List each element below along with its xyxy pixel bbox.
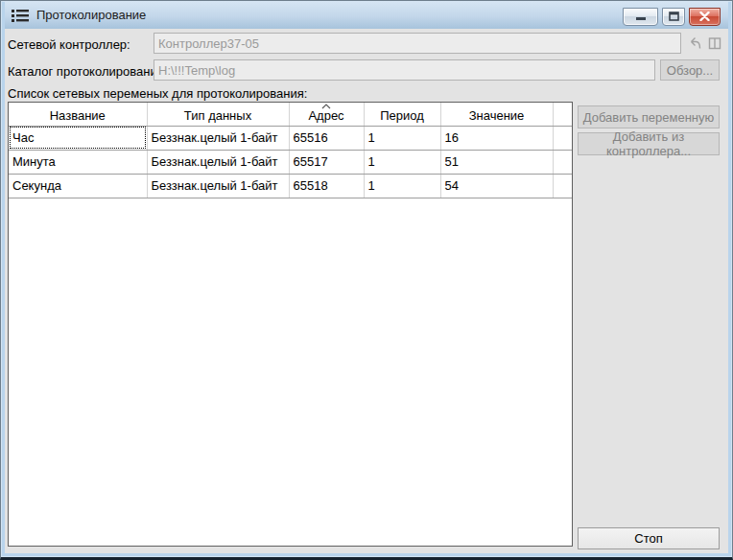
controller-input[interactable] xyxy=(154,33,681,54)
cell-datatype[interactable]: Беззнак.целый 1-байт xyxy=(147,126,289,150)
list-icon xyxy=(11,8,30,23)
column-header-period[interactable]: Период xyxy=(364,103,440,126)
column-header-datatype[interactable]: Тип данных xyxy=(147,103,289,126)
controller-label: Сетевой контроллер: xyxy=(8,37,130,52)
cell-datatype[interactable]: Беззнак.целый 1-байт xyxy=(147,174,289,198)
add-variable-button[interactable]: Добавить переменную xyxy=(578,105,720,128)
dialog-window: Протоколирование Сетевой контроллер: xyxy=(0,0,733,560)
log-dir-input[interactable] xyxy=(154,59,655,81)
stop-button[interactable]: Стоп xyxy=(578,527,720,549)
close-button[interactable] xyxy=(689,8,721,26)
cell-name[interactable]: Секунда xyxy=(9,174,147,198)
log-dir-label: Каталог протоколирования: xyxy=(8,64,167,79)
table-header-row: Название Тип данных Адрес Период Значени… xyxy=(9,103,572,126)
column-header-address[interactable]: Адрес xyxy=(289,103,364,126)
cell-value[interactable]: 54 xyxy=(440,174,553,198)
table-row[interactable]: Час Беззнак.целый 1-байт 65516 1 16 xyxy=(9,126,572,150)
titlebar: Протоколирование xyxy=(5,1,728,29)
cell-period[interactable]: 1 xyxy=(364,150,440,174)
column-header-name[interactable]: Название xyxy=(9,103,147,126)
cell-value[interactable]: 16 xyxy=(440,126,553,150)
cell-name[interactable]: Минута xyxy=(9,150,147,174)
minimize-icon xyxy=(635,12,647,21)
table-caption: Список сетевых переменых для протоколиро… xyxy=(8,86,307,101)
column-header-value[interactable]: Значение xyxy=(440,103,553,126)
column-header-filler xyxy=(553,103,572,126)
client-area: Сетевой контроллер: Каталог протоколиров… xyxy=(5,29,728,553)
cell-filler xyxy=(553,150,572,174)
cell-value[interactable]: 51 xyxy=(440,150,553,174)
window-title: Протоколирование xyxy=(36,8,146,22)
cell-address[interactable]: 65517 xyxy=(289,150,364,174)
close-icon xyxy=(699,12,710,21)
cell-datatype[interactable]: Беззнак.целый 1-байт xyxy=(147,150,289,174)
table-row[interactable]: Секунда Беззнак.целый 1-байт 65518 1 54 xyxy=(9,174,572,198)
table-row[interactable]: Минута Беззнак.целый 1-байт 65517 1 51 xyxy=(9,150,572,174)
maximize-button[interactable] xyxy=(662,8,685,26)
sort-asc-icon xyxy=(321,104,331,109)
book-icon[interactable] xyxy=(707,35,722,51)
undo-icon[interactable] xyxy=(687,35,702,51)
cell-name[interactable]: Час xyxy=(9,126,147,150)
cell-period[interactable]: 1 xyxy=(364,126,440,150)
browse-button[interactable]: Обзор... xyxy=(660,59,720,81)
cell-filler xyxy=(553,174,572,198)
add-from-controller-button[interactable]: Добавить из контроллера... xyxy=(578,132,720,155)
minimize-button[interactable] xyxy=(623,8,658,26)
variables-table[interactable]: Название Тип данных Адрес Период Значени… xyxy=(8,102,573,547)
cell-address[interactable]: 65516 xyxy=(289,126,364,150)
cell-filler xyxy=(553,126,572,150)
cell-period[interactable]: 1 xyxy=(364,174,440,198)
maximize-icon xyxy=(669,12,679,21)
cell-address[interactable]: 65518 xyxy=(289,174,364,198)
